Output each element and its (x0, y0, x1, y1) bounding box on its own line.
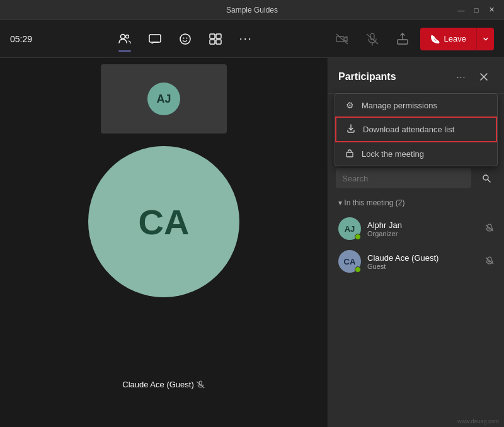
leave-call-button[interactable]: Leave (420, 28, 494, 50)
participants-panel: Participants ··· ⚙ Manage permissions (328, 58, 504, 427)
small-avatar: AJ (147, 83, 180, 115)
lock-meeting-item[interactable]: Lock the meeting (335, 142, 497, 166)
download-icon (345, 124, 357, 135)
svg-point-1 (126, 35, 129, 38)
participant-role: Organizer (367, 230, 479, 237)
title-bar: Sample Guides — □ ✕ (0, 0, 504, 20)
meeting-timer: 05:29 (10, 34, 42, 44)
gear-icon: ⚙ (344, 100, 355, 110)
svg-point-4 (183, 37, 185, 38)
mic-off-icon (365, 32, 379, 46)
search-input[interactable] (336, 168, 471, 188)
svg-point-5 (186, 37, 188, 38)
leave-label: Leave (444, 34, 466, 43)
svg-rect-7 (216, 34, 221, 38)
window-controls: — □ ✕ (456, 5, 496, 15)
more-dots-icon: ··· (239, 32, 253, 45)
panel-close-button[interactable] (474, 67, 494, 87)
view-button[interactable] (202, 25, 229, 53)
online-indicator (355, 234, 361, 240)
video-area: AJ CA Claude Ace (Guest) (0, 58, 328, 427)
download-attendance-label: Download attendance list (363, 125, 454, 134)
participant-mic-icon (485, 224, 494, 234)
close-button[interactable]: ✕ (486, 5, 496, 15)
participant-info: Claude Ace (Guest) Guest (367, 253, 479, 270)
leave-main-button[interactable]: Leave (420, 28, 476, 50)
leave-dropdown-button[interactable] (476, 28, 494, 50)
download-attendance-item[interactable]: Download attendance list (335, 117, 497, 142)
manage-permissions-label: Manage permissions (362, 101, 437, 110)
svg-rect-20 (346, 152, 353, 157)
camera-off-icon (335, 32, 349, 46)
muted-icon (197, 380, 205, 389)
chat-icon (148, 32, 162, 46)
participant-avatar-ca: CA (338, 250, 361, 273)
avatar-initials-ca: CA (344, 257, 356, 266)
participant-name: Alphr Jan (367, 220, 479, 230)
participant-role: Guest (367, 263, 479, 270)
view-icon (209, 32, 222, 46)
lock-icon (344, 149, 355, 159)
panel-title: Participants (338, 71, 396, 83)
svg-rect-9 (216, 40, 221, 44)
mic-muted-icon (485, 224, 494, 232)
svg-rect-6 (210, 34, 215, 38)
search-area (328, 163, 504, 193)
panel-more-button[interactable]: ··· (451, 67, 471, 87)
participant-item[interactable]: CA Claude Ace (Guest) Guest (328, 245, 504, 278)
svg-rect-2 (149, 35, 161, 42)
meeting-toolbar: 05:29 (0, 20, 504, 58)
share-icon (396, 32, 410, 46)
svg-line-22 (488, 179, 490, 182)
panel-header: Participants ··· (328, 58, 504, 94)
mic-off-button[interactable] (360, 26, 385, 52)
main-content: AJ CA Claude Ace (Guest) Participants ··… (0, 58, 504, 427)
close-icon (479, 72, 488, 81)
share-button[interactable] (390, 26, 415, 52)
svg-point-3 (180, 34, 190, 44)
reactions-button[interactable] (171, 25, 199, 53)
phone-icon (430, 34, 440, 44)
chat-button[interactable] (141, 25, 169, 53)
camera-off-button[interactable] (329, 26, 355, 52)
participants-dropdown-menu: ⚙ Manage permissions Download attendance… (335, 93, 498, 166)
watermark: www.deuag.com (457, 418, 499, 424)
participant-mic-icon (485, 256, 494, 267)
lock-meeting-label: Lock the meeting (362, 149, 424, 159)
chevron-down-icon (483, 36, 489, 42)
toolbar-center-icons: ··· (42, 25, 329, 53)
more-button[interactable]: ··· (232, 25, 260, 53)
participants-button[interactable] (111, 25, 139, 53)
participants-icon (118, 32, 132, 46)
search-button[interactable] (476, 168, 496, 188)
participant-name: Claude Ace (Guest) (367, 253, 479, 263)
participant-info: Alphr Jan Organizer (367, 220, 479, 237)
panel-header-icons: ··· (451, 67, 494, 87)
small-video-tile: AJ (101, 64, 227, 134)
svg-rect-8 (210, 40, 215, 44)
toolbar-right: Leave (329, 26, 494, 52)
search-icon (482, 174, 491, 183)
manage-permissions-item[interactable]: ⚙ Manage permissions (335, 94, 497, 117)
svg-line-10 (336, 34, 348, 44)
panel-more-icon: ··· (457, 72, 466, 82)
online-indicator (355, 266, 361, 273)
large-avatar-initials: CA (139, 202, 190, 242)
minimize-button[interactable]: — (456, 5, 466, 15)
avatar-initials-aj: AJ (345, 224, 355, 234)
participant-item[interactable]: AJ Alphr Jan Organizer (328, 212, 504, 245)
video-participant-label: Claude Ace (Guest) (122, 380, 205, 389)
reactions-icon (178, 32, 192, 46)
mic-muted-icon (485, 256, 494, 265)
svg-rect-14 (398, 40, 408, 44)
large-video-tile: CA (88, 146, 239, 297)
meeting-section-header: In this meeting (2) (328, 193, 504, 212)
maximize-button[interactable]: □ (471, 5, 481, 15)
download-svg-icon (346, 124, 355, 133)
svg-point-0 (121, 34, 125, 38)
participant-avatar-aj: AJ (338, 217, 361, 240)
lock-svg-icon (345, 149, 354, 157)
window-title: Sample Guides (226, 6, 278, 14)
